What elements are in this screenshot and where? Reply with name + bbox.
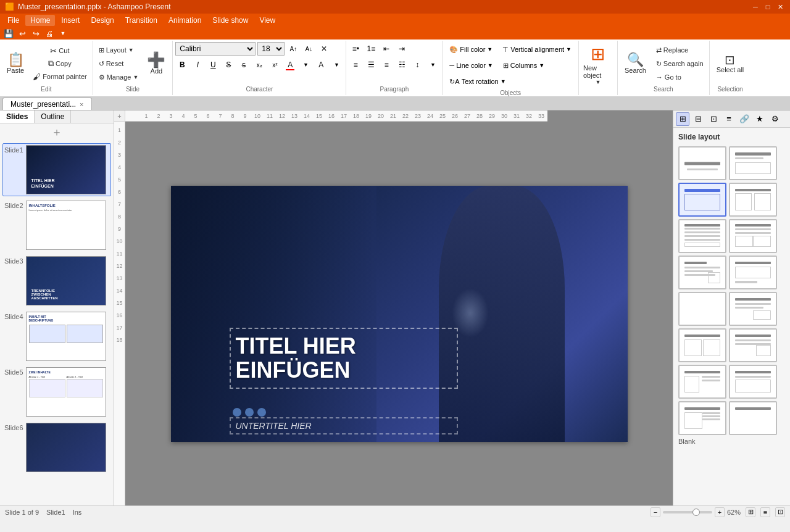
align-left-button[interactable]: ≡ [349,58,362,72]
font-shrink-button[interactable]: A↓ [302,42,315,56]
slide-thumb-item-5[interactable]: Slide5 ZWEI INHALTE Absatz 1 - Titel Abs… [2,365,111,418]
view-normal-button[interactable]: ⊞ [746,507,755,517]
panel-btn-star[interactable]: ★ [753,112,767,126]
layout-thumb-10[interactable] [729,292,777,326]
fill-color-button[interactable]: 🎨 Fill color ▼ [445,43,497,56]
layout-thumb-8[interactable] [729,256,777,289]
layout-button[interactable]: ⊞ Layout ▼ [96,44,142,56]
layout-thumb-6[interactable] [729,219,777,253]
zoom-in-button[interactable]: + [715,507,725,517]
panel-btn-settings[interactable]: ⚙ [768,112,782,126]
font-color-button[interactable]: A [283,58,297,72]
manage-button[interactable]: ⚙ Manage ▼ [96,71,142,83]
menu-file[interactable]: File [2,15,24,26]
qat-undo[interactable]: ↩ [16,28,28,39]
slide-subtitle[interactable]: UNTERTITEL HIER [236,421,452,431]
layout-thumb-4[interactable] [729,183,777,217]
close-button[interactable]: ✕ [775,2,785,12]
menu-slideshow[interactable]: Slide show [207,15,253,26]
new-object-button[interactable]: ⊞ New object ▼ [581,42,615,87]
layout-thumb-12[interactable] [729,328,777,362]
reset-button[interactable]: ↺ Reset [96,57,142,70]
vertical-align-button[interactable]: ⊤ Vertical alignment ▼ [498,43,576,56]
search-button[interactable]: 🔍 Search [620,51,651,76]
line-spacing-dropdown[interactable]: ▼ [426,58,439,72]
menu-design[interactable]: Design [86,15,118,26]
menu-transition[interactable]: Transition [120,15,162,26]
slide-subtitle-box[interactable]: UNTERTITEL HIER [230,417,458,434]
columns-button[interactable]: ⊞ Columns ▼ [499,59,549,72]
add-slide-ribbon-button[interactable]: ➕ Add [143,51,170,77]
slide-canvas-wrapper[interactable]: TITEL HIER EINFÜGEN UNTERTITEL HIER [125,122,673,505]
panel-btn-link[interactable]: 🔗 [738,112,751,126]
cut-button[interactable]: ✂ Cut [47,44,72,57]
highlight-button[interactable]: A [314,58,328,72]
layout-thumb-1[interactable] [678,146,726,180]
align-right-button[interactable]: ≡ [380,58,393,72]
layout-thumb-15[interactable] [678,401,726,435]
menu-view[interactable]: View [254,15,280,26]
strikethrough2-button[interactable]: S̶ [237,58,251,72]
layout-thumb-11[interactable] [678,328,726,362]
panel-btn-grid[interactable]: ⊞ [676,112,689,126]
justify-button[interactable]: ☷ [395,58,409,72]
replace-button[interactable]: ⇄ Replace [653,44,707,56]
italic-button[interactable]: I [191,58,204,72]
paste-button[interactable]: 📋 Paste [2,51,28,76]
view-outline-button[interactable]: ≡ [760,507,770,517]
zoom-slider[interactable] [663,511,712,513]
layout-thumb-16[interactable] [729,401,777,435]
font-color-dropdown[interactable]: ▼ [299,58,312,72]
align-center-button[interactable]: ☰ [364,58,378,72]
line-spacing-button[interactable]: ↕ [410,58,424,72]
menu-animation[interactable]: Animation [164,15,206,26]
font-family-select[interactable]: Calibri [175,42,256,56]
select-all-button[interactable]: ⊡ Select all [712,52,749,75]
maximize-button[interactable]: □ [763,2,773,12]
qat-more[interactable]: ▼ [57,28,69,39]
slide-thumb-item-4[interactable]: Slide4 INHALT MITBESCHRIFTUNG [2,310,111,363]
menu-home[interactable]: Home [25,15,55,26]
numbering-button[interactable]: 1≡ [364,42,378,56]
increase-indent-button[interactable]: ⇥ [395,42,409,56]
layout-thumb-3[interactable] [678,183,726,217]
slide-title-box[interactable]: TITEL HIER EINFÜGEN [230,328,458,389]
underline-button[interactable]: U [206,58,220,72]
layout-thumb-9[interactable] [678,292,726,326]
copy-button[interactable]: ⧉ Copy [45,57,75,70]
minimize-button[interactable]: ─ [750,2,760,12]
font-grow-button[interactable]: A↑ [286,42,300,56]
layout-thumb-2[interactable] [729,146,777,180]
bold-button[interactable]: B [175,58,189,72]
highlight-dropdown[interactable]: ▼ [330,58,343,72]
tab-slides[interactable]: Slides [0,110,35,123]
subscript-button[interactable]: x₂ [252,58,266,72]
slide-thumb-item-1[interactable]: Slide1 TITEL HIEREINFÜGEN [2,143,111,196]
layout-thumb-14[interactable] [729,365,777,399]
slide-thumb-item-3[interactable]: Slide3 TRENNFOLIEZWISCHENABSCHNITTEN [2,254,111,307]
panel-btn-detail[interactable]: ⊡ [707,112,720,126]
search-again-button[interactable]: ↻ Search again [653,57,707,70]
doc-tab-close-button[interactable]: × [80,101,83,108]
qat-redo[interactable]: ↪ [30,28,42,39]
tab-outline[interactable]: Outline [35,110,71,123]
layout-thumb-5[interactable] [678,219,726,253]
format-painter-button[interactable]: 🖌 Format painter [30,70,90,83]
font-size-select[interactable]: 18 [257,42,285,56]
decrease-indent-button[interactable]: ⇤ [380,42,393,56]
panel-btn-list[interactable]: ⊟ [691,112,705,126]
line-color-button[interactable]: ─ Line color ▼ [445,59,497,72]
slide-title[interactable]: TITEL HIER EINFÜGEN [236,334,452,383]
go-to-button[interactable]: → Go to [653,71,707,83]
zoom-slider-thumb[interactable] [692,509,700,516]
panel-btn-menu[interactable]: ≡ [722,112,736,126]
superscript-button[interactable]: x² [268,58,281,72]
strikethrough-button[interactable]: S [222,58,235,72]
add-slide-button[interactable]: ＋ [0,123,114,141]
slide-thumb-item-6[interactable]: Slide6 [2,421,111,474]
layout-thumb-13[interactable] [678,365,726,399]
clear-format-button[interactable]: ✕ [317,42,331,56]
bullets-button[interactable]: ≡• [349,42,362,56]
qat-print[interactable]: 🖨 [43,28,56,39]
layout-thumb-7[interactable] [678,256,726,289]
